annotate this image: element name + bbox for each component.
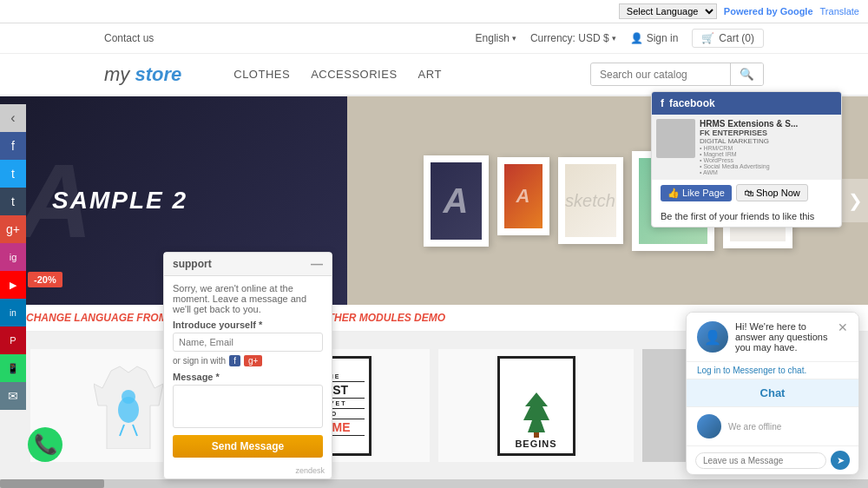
chat-input-area: ➤ [687, 445, 858, 474]
svg-rect-6 [534, 432, 539, 438]
support-message-input[interactable] [173, 385, 323, 428]
sidebar-collapse-arrow[interactable]: ‹ [0, 104, 26, 132]
header: my store CLOTHES ACCESSORIES ART 🔍 [0, 54, 868, 96]
nav-art[interactable]: ART [418, 68, 442, 81]
begins-poster: BEGINS [497, 356, 575, 456]
chat-log-link-area: Log in to Messenger to chat. [687, 362, 858, 379]
support-name-label: Introduce yourself * [173, 320, 323, 330]
support-send-button[interactable]: Send Message [173, 435, 323, 458]
chat-footer: We are offline [687, 406, 858, 445]
product-image-3: BEGINS [438, 349, 634, 462]
translate-label: Translate [820, 6, 859, 16]
fb-like-page-button[interactable]: 👍 Like Page [661, 185, 732, 201]
fb-services-list: • HRM/CRM• Magnet IRM• WordPress• Social… [700, 145, 837, 175]
facebook-icon: f [661, 97, 664, 109]
translate-bar: Select Language Powered by Google Transl… [0, 0, 868, 23]
whatsapp-float-button[interactable]: 📞 [28, 427, 62, 462]
facebook-popup: f facebook HRMS Extensions & S... FK ENT… [651, 91, 842, 228]
whatsapp-icon: 📞 [34, 433, 57, 456]
search-box: 🔍 [590, 63, 764, 86]
chat-footer-avatar [697, 414, 721, 439]
signin-button[interactable]: 👤 Sign in [630, 32, 679, 44]
fb-popup-info: HRMS Extensions & S... FK ENTERPRISES DI… [652, 115, 841, 180]
fb-digital-label: DIGITAL MARKETING [700, 137, 837, 145]
sale-badge: -20% [28, 272, 62, 287]
support-name-input[interactable] [173, 333, 323, 352]
begins-tree-svg [523, 391, 549, 439]
chat-button[interactable]: Chat [687, 379, 858, 406]
user-icon: 👤 [630, 32, 643, 44]
shirt-svg [94, 362, 163, 449]
search-button[interactable]: 🔍 [730, 63, 763, 85]
language-select[interactable]: Select Language [619, 3, 717, 19]
zendesk-label: zendesk [164, 465, 332, 478]
support-body: Sorry, we aren't online at the moment. L… [164, 276, 332, 465]
support-message-label: Message * [173, 372, 323, 382]
chat-header: 👤 Hi! We're here to answer any questions… [687, 313, 858, 362]
thumbs-up-icon: 👍 [667, 188, 680, 199]
send-icon: ➤ [837, 455, 845, 466]
logo-my: my [104, 63, 129, 85]
social-sidebar: ‹ f t t g+ ig ▶ in P 📱 ✉ [0, 104, 26, 410]
tumblr-social-btn[interactable]: t [0, 188, 26, 215]
carousel-title: SAMPLE 2 [52, 187, 347, 214]
contact-link[interactable]: Contact us [104, 32, 154, 44]
nav-clothes[interactable]: CLOTHES [233, 68, 290, 81]
facebook-social-btn[interactable]: f [0, 132, 26, 160]
svg-marker-5 [523, 392, 549, 432]
fb-brand-avatar [656, 119, 695, 158]
currency-chevron-icon: ▾ [612, 34, 616, 43]
frame-image-2: A [497, 157, 549, 235]
search-input[interactable] [591, 64, 730, 85]
svg-point-2 [122, 390, 135, 404]
currency-selector[interactable]: Currency: USD $ ▾ [530, 32, 616, 44]
fb-popup-header: f facebook [652, 92, 841, 115]
chat-widget: 👤 Hi! We're here to answer any questions… [686, 312, 859, 475]
chat-log-link[interactable]: Log in to Messenger to chat. [697, 366, 806, 375]
chat-close-button[interactable]: ✕ [838, 321, 848, 333]
twitter-social-btn[interactable]: t [0, 160, 26, 188]
cart-icon: 🛒 [701, 32, 714, 44]
support-close-button[interactable]: — [311, 257, 323, 271]
chat-offline-text: We are offline [728, 422, 781, 432]
shop-icon: 🛍 [744, 188, 753, 198]
fb-shop-now-button[interactable]: 🛍 Shop Now [736, 184, 808, 201]
support-fb-signin-button[interactable]: f [229, 355, 240, 366]
support-signin-row: or sign in with f g+ [173, 355, 323, 366]
pinterest-social-btn[interactable]: P [0, 326, 26, 354]
linkedin-social-btn[interactable]: in [0, 299, 26, 326]
googleplus-social-btn[interactable]: g+ [0, 215, 26, 243]
fb-brand-name: HRMS Extensions & S... [700, 119, 837, 129]
chat-send-button[interactable]: ➤ [831, 451, 850, 470]
contact-bar: Contact us English ▾ Currency: USD $ ▾ 👤… [0, 23, 868, 54]
support-popup: support — Sorry, we aren't online at the… [163, 252, 332, 479]
fb-enterprise-name: FK ENTERPRISES [700, 129, 837, 137]
support-message: Sorry, we aren't online at the moment. L… [173, 283, 323, 314]
language-selector[interactable]: English ▾ [476, 32, 516, 44]
support-title: support [173, 258, 212, 270]
frame-image-3: sketch [558, 157, 623, 244]
email-social-btn[interactable]: ✉ [0, 382, 26, 410]
logo-store: store [129, 63, 181, 85]
fb-popup-actions: 👍 Like Page 🛍 Shop Now [652, 180, 841, 206]
support-gplus-signin-button[interactable]: g+ [244, 355, 262, 366]
instagram-social-btn[interactable]: ig [0, 243, 26, 271]
begins-text: BEGINS [515, 439, 556, 449]
fb-popup-body: Be the first of your friends to like thi… [652, 206, 841, 227]
nav-accessories[interactable]: ACCESSORIES [311, 68, 397, 81]
contact-right: English ▾ Currency: USD $ ▾ 👤 Sign in 🛒 … [476, 29, 764, 48]
support-header: support — [164, 253, 332, 276]
fb-brand-label: facebook [669, 97, 715, 109]
main-nav: CLOTHES ACCESSORIES ART [233, 68, 442, 81]
chat-message: Hi! We're here to answer any questions y… [735, 321, 831, 353]
cart-button[interactable]: 🛒 Cart (0) [692, 29, 764, 48]
chat-message-input[interactable] [695, 452, 826, 469]
youtube-social-btn[interactable]: ▶ [0, 271, 26, 299]
carousel-next-button[interactable]: ❯ [842, 179, 868, 222]
product-card-3[interactable]: BEGINS [438, 349, 634, 462]
logo[interactable]: my store [104, 63, 181, 86]
powered-by-text: Powered by Google [724, 6, 813, 16]
whatsapp-social-btn[interactable]: 📱 [0, 354, 26, 382]
chat-avatar: 👤 [697, 321, 728, 353]
lang-chevron-icon: ▾ [512, 34, 516, 43]
